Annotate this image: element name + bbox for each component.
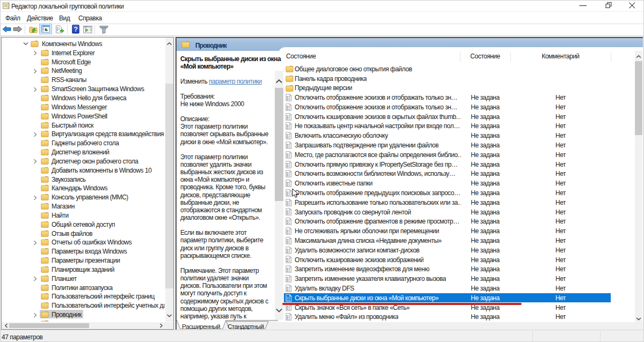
svg-text:?: ?: [74, 26, 78, 33]
